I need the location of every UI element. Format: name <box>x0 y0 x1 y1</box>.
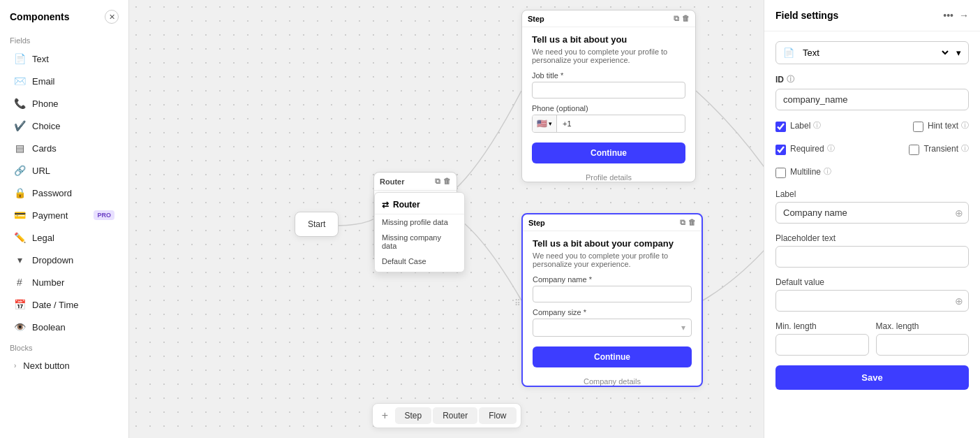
job-title-input[interactable] <box>532 82 685 98</box>
company-name-field: Company name * <box>533 275 692 302</box>
choice-icon: ✔️ <box>14 120 25 131</box>
sidebar-item-phone[interactable]: 📞 Phone <box>4 93 124 114</box>
close-panel-icon[interactable]: → <box>959 10 969 21</box>
delete-icon[interactable]: 🗑 <box>443 177 451 186</box>
step-button[interactable]: Step <box>394 407 431 424</box>
delete-icon-top[interactable]: 🗑 <box>682 14 690 23</box>
length-row: Min. length Max. length <box>775 321 969 356</box>
label-checkbox-label: Label ⓘ <box>790 120 821 131</box>
sidebar-item-label: Phone <box>32 98 59 109</box>
max-length-section: Max. length <box>876 321 970 356</box>
close-button[interactable]: ✕ <box>105 10 119 24</box>
step-node-company[interactable]: Step ⧉ 🗑 ⠿ Tell us a bit about your comp… <box>521 213 703 387</box>
sidebar-item-boolean[interactable]: 👁️ Boolean <box>4 316 124 337</box>
sidebar-item-url[interactable]: 🔗 URL <box>4 160 124 181</box>
hint-checkbox-group: Hint text ⓘ <box>913 120 969 133</box>
url-icon: 🔗 <box>14 165 25 176</box>
router-button[interactable]: Router <box>433 407 477 424</box>
min-length-section: Min. length <box>775 321 869 356</box>
sidebar-item-label: Number <box>32 277 64 288</box>
pro-badge: PRO <box>94 210 114 220</box>
id-section: ID ⓘ <box>775 74 969 110</box>
default-value-section: Default value ⊕ <box>775 277 969 312</box>
delete-icon-bottom[interactable]: 🗑 <box>688 218 696 227</box>
canvas: Start Router ⧉ 🗑 ⇄ Router Missing profil… <box>129 0 764 438</box>
multiline-checkbox[interactable] <box>775 168 786 178</box>
copy-icon[interactable]: ⧉ <box>435 177 440 186</box>
continue-button-top[interactable]: Continue <box>532 143 685 163</box>
default-value-input[interactable] <box>775 290 969 312</box>
type-selector[interactable]: 📄 Text ▾ <box>775 41 969 64</box>
sidebar-item-password[interactable]: 🔒 Password <box>4 182 124 203</box>
label-input[interactable] <box>775 202 969 224</box>
router-dropdown-header: ⇄ Router <box>375 196 464 214</box>
hint-text-checkbox[interactable] <box>913 122 923 132</box>
transient-checkbox[interactable] <box>909 145 919 155</box>
move-handle[interactable]: ⠿ <box>514 298 521 308</box>
sidebar-item-number[interactable]: # Number <box>4 272 124 293</box>
flow-button[interactable]: Flow <box>479 407 516 424</box>
router-option-3[interactable]: Default Case <box>375 254 464 269</box>
continue-button-bottom[interactable]: Continue <box>533 346 692 367</box>
sidebar-item-next-button[interactable]: › Next button <box>4 356 124 376</box>
step-node-profile[interactable]: Step ⧉ 🗑 Tell us a bit about you We need… <box>521 10 696 182</box>
chevron-icon: › <box>14 362 16 370</box>
phone-field: Phone (optional) 🇺🇸 ▾ +1 <box>532 104 685 133</box>
min-length-input[interactable] <box>775 334 869 356</box>
save-button[interactable]: Save <box>775 365 969 390</box>
cards-icon: ▤ <box>14 143 25 154</box>
label-info-icon[interactable]: ⓘ <box>813 120 821 131</box>
sidebar-item-dropdown[interactable]: ▾ Dropdown <box>4 249 124 270</box>
start-node[interactable]: Start <box>295 212 339 237</box>
hint-info-icon[interactable]: ⓘ <box>961 120 969 131</box>
more-options-icon[interactable]: ••• <box>943 10 953 21</box>
company-size-dropdown[interactable]: ▾ <box>533 319 692 337</box>
sidebar-item-email[interactable]: ✉️ Email <box>4 71 124 92</box>
sidebar-item-text[interactable]: 📄 Text <box>4 48 124 69</box>
sidebar-item-legal[interactable]: ✏️ Legal <box>4 227 124 248</box>
step-title-bottom: Tell us a bit about your company <box>533 238 692 249</box>
multiline-info-icon[interactable]: ⓘ <box>824 166 831 177</box>
router-option-1[interactable]: Missing profile data <box>375 214 464 230</box>
sidebar-item-choice[interactable]: ✔️ Choice <box>4 115 124 136</box>
type-dropdown[interactable]: Text <box>800 47 951 59</box>
router-node[interactable]: Router ⧉ 🗑 ⇄ Router Missing profile data… <box>373 172 457 261</box>
sidebar-item-datetime[interactable]: 📅 Date / Time <box>4 294 124 315</box>
default-value-label: Default value <box>775 277 969 287</box>
add-icon[interactable]: + <box>376 407 393 424</box>
payment-icon: 💳 <box>14 210 25 221</box>
router-dropdown: ⇄ Router Missing profile data Missing co… <box>374 192 465 272</box>
placeholder-section: Placeholder text <box>775 233 969 268</box>
company-name-input[interactable] <box>533 286 692 302</box>
sidebar-item-label: Dropdown <box>32 255 73 265</box>
required-info-icon[interactable]: ⓘ <box>827 143 835 154</box>
label-checkbox[interactable] <box>775 122 786 132</box>
placeholder-input[interactable] <box>775 246 969 268</box>
id-input[interactable] <box>775 89 969 110</box>
router-option-2[interactable]: Missing company data <box>375 230 464 254</box>
sidebar-item-label: Password <box>32 188 72 198</box>
sidebar-item-payment[interactable]: 💳 Payment PRO <box>4 205 124 226</box>
copy-icon-bottom[interactable]: ⧉ <box>680 218 685 227</box>
label-input-wrapper: ⊕ <box>775 202 969 224</box>
id-info-icon[interactable]: ⓘ <box>787 74 794 85</box>
placeholder-label: Placeholder text <box>775 233 969 243</box>
bottom-toolbar: + Step Router Flow <box>371 403 521 428</box>
type-icon: 📄 <box>783 48 794 58</box>
password-icon: 🔒 <box>14 187 25 198</box>
add-circle-icon[interactable]: ⊕ <box>955 207 963 219</box>
transient-info-icon[interactable]: ⓘ <box>961 143 969 154</box>
default-value-wrapper: ⊕ <box>775 290 969 312</box>
copy-icon-top[interactable]: ⧉ <box>674 14 679 23</box>
sidebar-title: Components <box>10 11 70 22</box>
sidebar-item-label: Boolean <box>32 322 66 333</box>
max-length-label: Max. length <box>876 321 970 331</box>
hint-text-label: Hint text ⓘ <box>928 120 969 131</box>
label-field-section: Label ⊕ <box>775 189 969 224</box>
step-subtitle-top: We need you to complete your profile to … <box>532 48 685 64</box>
required-checkbox[interactable] <box>775 145 786 155</box>
sidebar-item-cards[interactable]: ▤ Cards <box>4 138 124 159</box>
add-circle-default-icon[interactable]: ⊕ <box>955 295 963 307</box>
sidebar-item-label: Choice <box>32 121 60 131</box>
max-length-input[interactable] <box>876 334 970 356</box>
